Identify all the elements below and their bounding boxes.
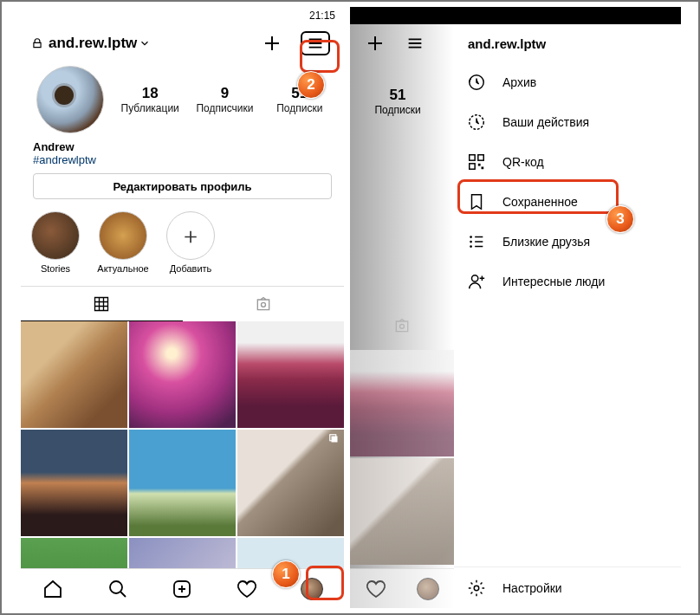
nav-activity[interactable] bbox=[236, 578, 258, 600]
post-cell[interactable] bbox=[237, 430, 344, 536]
avatar[interactable] bbox=[36, 66, 104, 133]
feed-tabs bbox=[21, 286, 344, 321]
post-cell[interactable] bbox=[21, 430, 127, 536]
add-person-icon bbox=[466, 271, 487, 292]
profile-header-partial bbox=[350, 24, 454, 62]
menu-discover-people[interactable]: Интересные люди bbox=[454, 262, 681, 301]
chevron-down-icon[interactable] bbox=[139, 37, 151, 49]
tab-tagged[interactable] bbox=[183, 287, 345, 321]
bottom-nav bbox=[21, 568, 344, 608]
svg-point-5 bbox=[400, 324, 405, 328]
create-button[interactable] bbox=[261, 32, 283, 55]
nav-activity[interactable] bbox=[365, 578, 387, 600]
stat-followers[interactable]: 9Подписчики bbox=[187, 85, 262, 114]
menu-button[interactable] bbox=[301, 31, 330, 55]
post-cell[interactable] bbox=[21, 321, 127, 428]
nav-search[interactable] bbox=[107, 578, 129, 600]
post-cell[interactable] bbox=[129, 430, 236, 536]
svg-rect-9 bbox=[478, 155, 483, 160]
nav-home[interactable] bbox=[42, 578, 64, 600]
stat-posts[interactable]: 18Публикации bbox=[113, 85, 187, 114]
post-cell[interactable] bbox=[350, 350, 454, 456]
menu-archive[interactable]: Архив bbox=[454, 62, 681, 102]
lock-icon bbox=[31, 37, 43, 49]
svg-point-17 bbox=[474, 586, 479, 591]
menu-qrcode[interactable]: QR-код bbox=[454, 142, 681, 182]
highlight-актуальное[interactable]: Актуальное bbox=[97, 211, 149, 274]
username-label[interactable]: and.rew.lptw bbox=[49, 35, 137, 52]
edit-profile-button[interactable]: Редактировать профиль bbox=[33, 173, 332, 199]
posts-grid-partial bbox=[350, 350, 454, 565]
svg-point-16 bbox=[472, 275, 478, 282]
bio-hashtag[interactable]: #andrewlptw bbox=[33, 153, 332, 166]
svg-point-13 bbox=[470, 236, 472, 238]
nav-profile[interactable] bbox=[417, 578, 439, 600]
post-cell[interactable] bbox=[129, 321, 236, 428]
menu-settings[interactable]: Настройки bbox=[454, 566, 681, 608]
stat-following-partial: 51 Подписки bbox=[359, 87, 437, 116]
gear-icon bbox=[466, 578, 487, 599]
feed-tabs-partial bbox=[350, 308, 454, 343]
archive-icon bbox=[466, 72, 487, 93]
drawer-title: and.rew.lptw bbox=[468, 36, 546, 51]
status-bar: 21:15 bbox=[21, 7, 344, 24]
status-time: 21:15 bbox=[309, 10, 335, 22]
stat-following[interactable]: 51Подписки bbox=[262, 85, 337, 114]
svg-point-3 bbox=[110, 581, 122, 593]
post-cell[interactable] bbox=[350, 458, 454, 565]
tab-tagged[interactable] bbox=[350, 308, 454, 343]
phone-left: 21:15 and.rew.lptw 18Публикации 9Подписч… bbox=[21, 7, 344, 608]
phone-right: 51 Подписки and.rew.lptw Архив Ваши дейс… bbox=[350, 7, 681, 608]
stats-row: 18Публикации 9Подписчики 51Подписки bbox=[21, 62, 344, 140]
list-icon bbox=[466, 231, 487, 252]
qrcode-icon bbox=[466, 152, 487, 172]
menu-close-friends[interactable]: Близкие друзья bbox=[454, 222, 681, 262]
svg-point-0 bbox=[261, 302, 265, 307]
svg-rect-11 bbox=[478, 164, 481, 166]
side-drawer: and.rew.lptw Архив Ваши действия QR-код … bbox=[454, 24, 681, 608]
menu-activity[interactable]: Ваши действия bbox=[454, 102, 681, 142]
drawer-menu: Архив Ваши действия QR-код Сохраненное Б… bbox=[454, 62, 681, 301]
bottom-nav-partial bbox=[350, 568, 454, 608]
svg-point-14 bbox=[470, 241, 472, 243]
posts-grid bbox=[21, 321, 344, 608]
highlight-add[interactable]: ＋Добавить bbox=[165, 211, 217, 274]
svg-rect-8 bbox=[470, 155, 475, 160]
create-button[interactable] bbox=[364, 32, 386, 55]
menu-button[interactable] bbox=[404, 32, 426, 55]
svg-rect-10 bbox=[470, 164, 475, 169]
menu-saved[interactable]: Сохраненное bbox=[454, 182, 681, 222]
activity-icon bbox=[466, 112, 487, 133]
svg-point-15 bbox=[470, 245, 472, 248]
svg-rect-12 bbox=[482, 167, 484, 170]
bio-name: Andrew bbox=[33, 140, 332, 153]
nav-create[interactable] bbox=[171, 578, 193, 600]
svg-rect-1 bbox=[332, 437, 338, 443]
highlights-row: Stories Актуальное ＋Добавить bbox=[21, 211, 344, 286]
profile-header: and.rew.lptw bbox=[21, 24, 344, 62]
bio: Andrew #andrewlptw bbox=[21, 140, 344, 173]
nav-profile[interactable] bbox=[301, 578, 323, 600]
carousel-icon bbox=[328, 433, 340, 445]
tab-grid[interactable] bbox=[21, 287, 183, 321]
bookmark-icon bbox=[466, 191, 487, 212]
post-cell[interactable] bbox=[237, 321, 344, 428]
highlight-stories[interactable]: Stories bbox=[29, 211, 81, 274]
